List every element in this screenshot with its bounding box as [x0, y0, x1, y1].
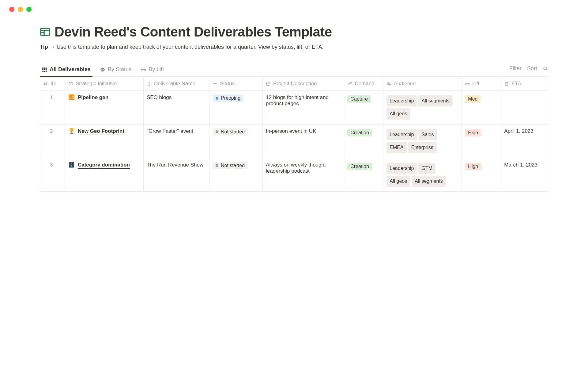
svg-point-25 — [215, 83, 216, 84]
svg-rect-10 — [42, 71, 43, 72]
col-header-id[interactable]: ID — [40, 77, 65, 91]
audience-tag[interactable]: GTM — [418, 163, 435, 174]
deliverable-name: "Grow Faster" event — [147, 128, 193, 134]
audience-tag[interactable]: All segments — [418, 95, 453, 106]
svg-point-24 — [72, 85, 72, 85]
audience-tag[interactable]: All geos — [386, 176, 410, 187]
audience-cell: LeadershipAll segmentsAll geos — [386, 94, 458, 121]
svg-rect-7 — [42, 69, 43, 70]
svg-rect-36 — [505, 82, 508, 85]
audience-tag[interactable]: Sales — [418, 129, 437, 140]
lift-tag[interactable]: Med — [465, 95, 481, 103]
tab-all-deliverables[interactable]: All Deliverables — [40, 64, 92, 76]
initiative-emoji-icon: 🏆 — [68, 128, 75, 134]
col-header-name[interactable]: Deliverable Name — [143, 77, 209, 91]
filter-button[interactable]: Filter — [509, 65, 522, 72]
tab-by-status[interactable]: By Status — [98, 64, 133, 76]
dumbbell-icon — [141, 67, 146, 72]
col-header-status[interactable]: Status — [209, 77, 262, 91]
col-header-lift[interactable]: Lift — [462, 77, 501, 91]
page-icon — [40, 27, 50, 37]
table-row[interactable]: 1📶Pipeline genSEO blogsPrepping12 blogs … — [40, 91, 548, 125]
svg-rect-14 — [141, 69, 142, 70]
svg-point-31 — [388, 82, 389, 84]
initiative-link[interactable]: 🗄️Category domination — [68, 162, 140, 169]
lift-tag[interactable]: High — [465, 163, 481, 170]
table-row[interactable]: 3🗄️Category dominationThe Run Revenue Sh… — [40, 158, 548, 192]
tip-body: Use this template to plan and keep track… — [57, 44, 324, 50]
audience-tag[interactable]: Enterprise — [408, 142, 437, 153]
deliverable-name: SEO blogs — [147, 94, 172, 100]
svg-rect-4 — [42, 67, 43, 69]
minimize-window-icon[interactable] — [18, 7, 23, 12]
view-tabs: All DeliverablesBy StatusBy Lift Filter … — [40, 64, 548, 77]
row-id: 2 — [45, 128, 53, 134]
lift-tag[interactable]: High — [465, 129, 481, 136]
svg-rect-11 — [44, 71, 45, 72]
project-description: 12 blogs for high intent and product pag… — [266, 94, 329, 106]
demand-tag[interactable]: Capture — [347, 95, 371, 103]
svg-line-19 — [44, 82, 45, 86]
close-window-icon[interactable] — [9, 7, 14, 12]
status-pill[interactable]: Not started — [213, 128, 248, 136]
status-dot-icon — [216, 130, 218, 133]
svg-point-32 — [389, 83, 390, 84]
svg-rect-8 — [44, 69, 45, 70]
row-id: 1 — [45, 94, 53, 100]
sort-button[interactable]: Sort — [527, 65, 537, 72]
demand-tag[interactable]: Creation — [347, 129, 372, 136]
audience-cell: LeadershipSalesEMEAEnterprise — [386, 128, 458, 154]
status-pill[interactable]: Prepping — [213, 94, 243, 102]
initiative-link[interactable]: 📶Pipeline gen — [68, 94, 140, 101]
audience-tag[interactable]: All geos — [386, 108, 410, 119]
status-dot-icon — [216, 164, 218, 167]
audience-cell: LeadershipGTMAll geosAll segments — [386, 162, 458, 188]
svg-point-23 — [69, 82, 70, 82]
col-header-desc[interactable]: Project Description — [263, 77, 344, 91]
svg-rect-15 — [145, 69, 145, 70]
eta-value: April 1, 2023 — [504, 128, 533, 134]
window-controls — [0, 0, 588, 12]
svg-rect-34 — [469, 83, 469, 84]
initiative-emoji-icon: 📶 — [68, 94, 75, 101]
page-title: Devin Reed's Content Deliverables Templa… — [55, 24, 332, 40]
audience-tag[interactable]: Leadership — [386, 163, 417, 174]
eta-value: March 1, 2023 — [504, 162, 537, 168]
svg-rect-33 — [466, 83, 466, 84]
maximize-window-icon[interactable] — [26, 7, 32, 12]
search-icon[interactable] — [543, 66, 548, 71]
initiative-emoji-icon: 🗄️ — [68, 162, 75, 168]
deliverable-name: The Run Revenue Show — [147, 162, 203, 168]
svg-rect-6 — [46, 67, 47, 69]
col-header-demand[interactable]: Demand — [344, 77, 383, 91]
svg-line-18 — [546, 69, 547, 71]
svg-rect-12 — [46, 71, 47, 72]
check-circle-icon — [100, 67, 105, 72]
initiative-link[interactable]: 🏆New Geo Footprint — [68, 128, 140, 135]
status-dot-icon — [216, 97, 218, 100]
row-id: 3 — [45, 162, 53, 168]
demand-tag[interactable]: Creation — [347, 163, 372, 170]
audience-tag[interactable]: All segments — [412, 176, 446, 187]
col-header-audience[interactable]: Audience — [383, 77, 462, 91]
tip-text: Tip → Use this template to plan and keep… — [40, 44, 548, 50]
svg-point-17 — [544, 67, 546, 70]
svg-rect-0 — [41, 29, 49, 36]
col-header-eta[interactable]: ETA — [501, 77, 548, 91]
project-description: In-person event in UK — [266, 128, 316, 134]
table-row[interactable]: 2🏆New Geo Footprint"Grow Faster" eventNo… — [40, 124, 548, 158]
tip-label: Tip → — [40, 44, 55, 50]
grid-icon — [42, 67, 47, 72]
audience-tag[interactable]: Leadership — [386, 95, 417, 106]
tab-by-lift[interactable]: By Lift — [139, 64, 166, 76]
svg-rect-9 — [46, 69, 47, 70]
status-pill[interactable]: Not started — [213, 162, 248, 169]
audience-tag[interactable]: Leadership — [386, 129, 417, 140]
svg-rect-5 — [44, 67, 45, 69]
svg-line-20 — [46, 82, 46, 86]
audience-tag[interactable]: EMEA — [386, 142, 406, 153]
project-description: Always on weekly thought leadership podc… — [266, 162, 326, 174]
col-header-initiative[interactable]: Strategic Initiative — [65, 77, 143, 91]
deliverables-table: ID Strategic Initiative Deliverable Name… — [40, 77, 548, 192]
